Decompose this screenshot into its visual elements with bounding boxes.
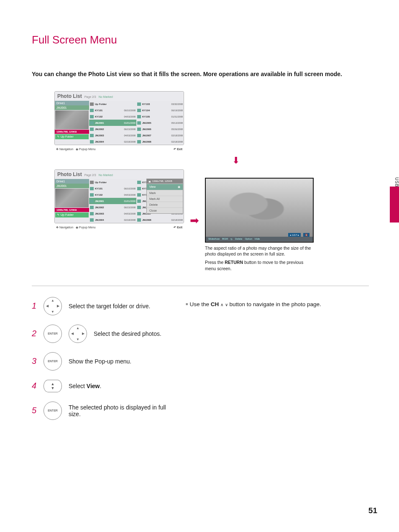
drive-label[interactable]: Drive1 xyxy=(55,101,89,105)
dpad-icon: ▲▼◀▶ xyxy=(43,297,62,315)
photo-list-panel-2: Photo List Page 2/3 No Marked Drive1 JMJ… xyxy=(54,169,184,223)
file-row[interactable]: JMJ00206/15/2008 xyxy=(89,204,136,210)
file-row[interactable]: JMJ00304/03/2008 xyxy=(89,210,136,217)
file-row[interactable]: KY10501/31/2008 xyxy=(136,113,184,120)
heading-full-screen-menu: Full Screen Menu xyxy=(32,33,369,46)
file-row[interactable]: JMJ00206/15/2008 xyxy=(89,126,136,132)
nav-icon: ✥ xyxy=(56,148,59,151)
osd-mute-icon: 🔇 xyxy=(303,233,309,237)
dpad-icon: ▲▼◀▶ xyxy=(69,325,87,343)
photo-icon xyxy=(137,109,141,112)
file-row[interactable]: JMJ00101/01/2000 xyxy=(89,120,136,126)
photo-list-panel-1: Photo List Page 2/3 No Marked Drive1 JMJ… xyxy=(54,91,184,145)
butterfly-photo xyxy=(206,179,313,242)
down-chevron-icon: ∨ xyxy=(225,302,228,307)
fullscreen-preview: ◂1/17▸ 🔇 Slideshow BGM ↻ Delete Option H… xyxy=(205,178,314,243)
file-row[interactable]: KY10204/03/2008 xyxy=(89,113,136,120)
osd-controls: Slideshow BGM ↻ Delete Option Hide xyxy=(206,237,313,241)
file-row[interactable]: KY10106/10/2008 xyxy=(89,185,136,192)
file-row[interactable]: JMJ00101/01/2000 xyxy=(89,198,136,204)
panel-title: Photo List xyxy=(57,93,82,99)
photo-icon xyxy=(90,200,94,203)
osd-delete[interactable]: Delete xyxy=(235,238,242,240)
file-row[interactable]: KY10406/19/2008 xyxy=(136,107,184,113)
side-tab xyxy=(390,187,399,223)
popup-item-markall[interactable]: Mark All xyxy=(147,196,183,202)
popup-item-mark[interactable]: Mark xyxy=(147,190,183,196)
step-5: 5 The selected photo is displayed in ful… xyxy=(32,402,169,420)
up-folder-button[interactable]: ↰Up Folder xyxy=(55,212,89,217)
tip-text: ■Use the CH ∧ ∨ button to navigate in th… xyxy=(186,300,369,309)
panel-page: Page 2/3 xyxy=(84,95,96,98)
file-row[interactable]: JMJ00702/18/2008 xyxy=(136,132,184,138)
up-folder-icon: ↰ xyxy=(57,135,59,138)
popup-item-close[interactable]: Close xyxy=(147,207,183,213)
osd-hide[interactable]: Hide xyxy=(255,238,260,240)
panel-nomarked: No Marked xyxy=(99,95,113,98)
file-row[interactable]: JMJ00402/18/2008 xyxy=(89,138,136,145)
file-row[interactable]: KY10204/03/2008 xyxy=(89,192,136,198)
intro-text: You can change the Photo List view so th… xyxy=(32,70,369,79)
tv-note-1: The aspect ratio of a photo may change t… xyxy=(205,245,314,257)
exit-icon: ↶ xyxy=(174,148,176,151)
photo-icon xyxy=(137,212,141,215)
separator xyxy=(32,286,369,286)
popup-menu: ▣1366x768, 125KB View◉ Mark Mark All Del… xyxy=(146,179,183,214)
step-4: 4 ▲▼ Select View. xyxy=(32,380,169,392)
osd-bgm[interactable]: BGM xyxy=(222,238,228,240)
arrow-down-icon: ⬇ xyxy=(103,155,369,166)
photo-icon xyxy=(137,193,141,197)
osd-rotate-icon[interactable]: ↻ xyxy=(230,238,233,240)
resolution-badge: 1366x768, 125KB xyxy=(55,130,89,134)
photo-icon xyxy=(90,140,94,143)
photo-icon xyxy=(137,102,141,106)
file-row[interactable]: KY10106/10/2008 xyxy=(89,107,136,113)
popup-item-view[interactable]: View◉ xyxy=(147,184,183,190)
step-1: 1 ▲▼◀▶ Select the target folder or drive… xyxy=(32,297,169,315)
photo-icon xyxy=(137,115,141,118)
photo-icon xyxy=(90,206,94,209)
arrow-right-icon: ➡ xyxy=(190,215,199,226)
bullet-icon: ■ xyxy=(186,302,188,306)
file-row[interactable]: KY10303/30/2008 xyxy=(136,101,184,107)
osd-slideshow[interactable]: Slideshow xyxy=(208,238,220,240)
photo-icon xyxy=(90,134,94,137)
file-row[interactable]: Up Folder xyxy=(89,101,136,107)
photo-icon xyxy=(90,121,94,125)
enter-button-icon xyxy=(43,352,62,371)
popup-header: ▣1366x768, 125KB xyxy=(147,179,183,184)
photo-icon xyxy=(137,134,141,137)
photo-icon xyxy=(90,128,94,131)
photo-icon xyxy=(137,200,141,203)
ok-icon: ◉ xyxy=(76,148,78,151)
side-label: USB xyxy=(394,177,399,187)
panel-footer-1: ✥ Navigation ◉ Popup Menu ↶ Exit xyxy=(54,145,184,152)
photo-icon xyxy=(90,212,94,215)
photo-icon xyxy=(137,181,141,184)
photo-icon xyxy=(90,218,94,222)
panel-footer-2: ✥ Navigation ◉ Popup Menu ↶ Exit xyxy=(54,223,184,230)
file-row[interactable]: Up Folder xyxy=(89,179,136,185)
file-row[interactable]: JMJ00802/18/2008 xyxy=(136,138,184,145)
enter-button-icon xyxy=(43,402,62,420)
photo-icon xyxy=(90,187,94,190)
photo-icon xyxy=(90,115,94,118)
file-row[interactable]: JMJ00402/18/2008 xyxy=(89,217,136,223)
updown-button-icon: ▲▼ xyxy=(43,380,62,392)
up-chevron-icon: ∧ xyxy=(220,302,223,307)
photo-icon xyxy=(137,187,141,190)
popup-item-delete[interactable]: Delete xyxy=(147,202,183,207)
photo-icon xyxy=(137,121,141,125)
file-row[interactable]: JMJ00304/03/2008 xyxy=(89,132,136,138)
file-row[interactable]: JMJ00505/13/2008 xyxy=(136,120,184,126)
file-row[interactable]: JMJ00605/26/2008 xyxy=(136,126,184,132)
osd-counter: ◂1/17▸ xyxy=(288,233,301,237)
photo-icon xyxy=(137,128,141,131)
select-dot-icon: ◉ xyxy=(178,185,180,189)
preview-thumbnail xyxy=(55,189,89,207)
up-folder-button[interactable]: ↰Up Folder xyxy=(55,134,89,139)
photo-icon xyxy=(137,206,141,209)
folder-icon xyxy=(90,181,94,184)
file-row[interactable]: JMJ00802/18/2008 xyxy=(136,217,184,223)
osd-option[interactable]: Option xyxy=(245,238,252,240)
